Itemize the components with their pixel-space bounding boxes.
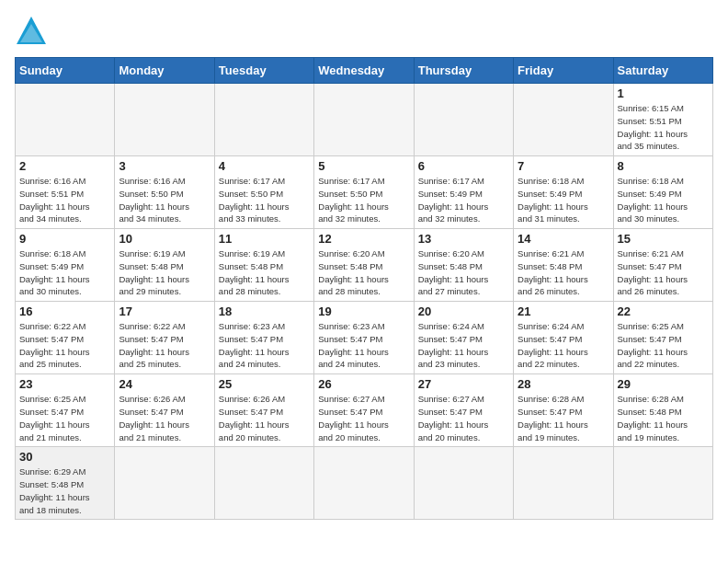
day-info: Sunrise: 6:24 AMSunset: 5:47 PMDaylight:… [418, 320, 509, 371]
calendar-cell: 5Sunrise: 6:17 AMSunset: 5:50 PMDaylight… [314, 156, 414, 229]
day-number: 15 [618, 232, 709, 246]
day-of-week-friday: Friday [514, 58, 613, 84]
logo-icon [15, 15, 48, 48]
calendar-cell: 26Sunrise: 6:27 AMSunset: 5:47 PMDayligh… [314, 374, 414, 447]
day-info: Sunrise: 6:25 AMSunset: 5:47 PMDaylight:… [618, 320, 709, 371]
calendar-cell: 25Sunrise: 6:26 AMSunset: 5:47 PMDayligh… [214, 374, 313, 447]
calendar-cell [414, 447, 513, 520]
day-number: 28 [518, 377, 609, 391]
day-number: 3 [119, 159, 210, 173]
day-number: 4 [219, 159, 310, 173]
day-info: Sunrise: 6:28 AMSunset: 5:47 PMDaylight:… [518, 393, 609, 443]
calendar-cell: 19Sunrise: 6:23 AMSunset: 5:47 PMDayligh… [314, 302, 414, 374]
calendar-cell: 9Sunrise: 6:18 AMSunset: 5:49 PMDaylight… [16, 229, 115, 302]
day-number: 16 [19, 304, 110, 318]
calendar-cell [16, 84, 115, 156]
calendar-cell: 4Sunrise: 6:17 AMSunset: 5:50 PMDaylight… [214, 156, 313, 229]
day-number: 9 [19, 232, 110, 246]
calendar-cell: 28Sunrise: 6:28 AMSunset: 5:47 PMDayligh… [514, 374, 613, 447]
calendar-cell: 12Sunrise: 6:20 AMSunset: 5:48 PMDayligh… [314, 229, 414, 302]
calendar-cell: 16Sunrise: 6:22 AMSunset: 5:47 PMDayligh… [16, 302, 115, 374]
calendar-cell: 14Sunrise: 6:21 AMSunset: 5:48 PMDayligh… [514, 229, 613, 302]
day-number: 27 [418, 377, 509, 391]
day-number: 5 [318, 159, 409, 173]
day-number: 29 [618, 377, 709, 391]
header [15, 15, 713, 48]
calendar-cell: 30Sunrise: 6:29 AMSunset: 5:48 PMDayligh… [16, 447, 115, 520]
day-number: 30 [19, 450, 110, 464]
day-number: 12 [318, 232, 409, 246]
day-info: Sunrise: 6:23 AMSunset: 5:47 PMDaylight:… [219, 320, 310, 371]
day-info: Sunrise: 6:26 AMSunset: 5:47 PMDaylight:… [119, 393, 210, 443]
calendar-cell: 1Sunrise: 6:15 AMSunset: 5:51 PMDaylight… [613, 84, 712, 156]
calendar-cell [115, 447, 214, 520]
calendar-cell: 24Sunrise: 6:26 AMSunset: 5:47 PMDayligh… [115, 374, 214, 447]
day-number: 18 [219, 304, 310, 318]
calendar-cell: 18Sunrise: 6:23 AMSunset: 5:47 PMDayligh… [214, 302, 313, 374]
day-number: 19 [318, 304, 409, 318]
day-info: Sunrise: 6:26 AMSunset: 5:47 PMDaylight:… [219, 393, 310, 443]
calendar-cell [414, 84, 513, 156]
calendar-cell: 7Sunrise: 6:18 AMSunset: 5:49 PMDaylight… [514, 156, 613, 229]
calendar-cell [115, 84, 214, 156]
day-number: 2 [19, 159, 110, 173]
day-info: Sunrise: 6:18 AMSunset: 5:49 PMDaylight:… [518, 175, 609, 225]
calendar-week-1: 1Sunrise: 6:15 AMSunset: 5:51 PMDaylight… [16, 84, 713, 156]
day-number: 7 [518, 159, 609, 173]
day-number: 20 [418, 304, 509, 318]
calendar-cell: 11Sunrise: 6:19 AMSunset: 5:48 PMDayligh… [214, 229, 313, 302]
calendar: SundayMondayTuesdayWednesdayThursdayFrid… [15, 57, 713, 520]
day-info: Sunrise: 6:20 AMSunset: 5:48 PMDaylight:… [318, 247, 409, 298]
day-number: 13 [418, 232, 509, 246]
calendar-cell: 3Sunrise: 6:16 AMSunset: 5:50 PMDaylight… [115, 156, 214, 229]
day-number: 6 [418, 159, 509, 173]
calendar-week-2: 2Sunrise: 6:16 AMSunset: 5:51 PMDaylight… [16, 156, 713, 229]
day-number: 23 [19, 377, 110, 391]
day-info: Sunrise: 6:17 AMSunset: 5:50 PMDaylight:… [219, 175, 310, 225]
day-info: Sunrise: 6:16 AMSunset: 5:50 PMDaylight:… [119, 175, 210, 225]
calendar-cell [613, 447, 712, 520]
day-info: Sunrise: 6:22 AMSunset: 5:47 PMDaylight:… [19, 320, 110, 371]
day-of-week-monday: Monday [115, 58, 214, 84]
calendar-cell: 22Sunrise: 6:25 AMSunset: 5:47 PMDayligh… [613, 302, 712, 374]
calendar-cell: 15Sunrise: 6:21 AMSunset: 5:47 PMDayligh… [613, 229, 712, 302]
calendar-cell: 2Sunrise: 6:16 AMSunset: 5:51 PMDaylight… [16, 156, 115, 229]
day-info: Sunrise: 6:23 AMSunset: 5:47 PMDaylight:… [318, 320, 409, 371]
day-of-week-thursday: Thursday [414, 58, 513, 84]
calendar-cell [214, 84, 313, 156]
calendar-cell: 21Sunrise: 6:24 AMSunset: 5:47 PMDayligh… [514, 302, 613, 374]
day-number: 22 [618, 304, 709, 318]
day-number: 25 [219, 377, 310, 391]
calendar-cell: 20Sunrise: 6:24 AMSunset: 5:47 PMDayligh… [414, 302, 513, 374]
calendar-week-4: 16Sunrise: 6:22 AMSunset: 5:47 PMDayligh… [16, 302, 713, 374]
calendar-cell: 27Sunrise: 6:27 AMSunset: 5:47 PMDayligh… [414, 374, 513, 447]
day-info: Sunrise: 6:28 AMSunset: 5:48 PMDaylight:… [618, 393, 709, 443]
day-number: 14 [518, 232, 609, 246]
calendar-cell [214, 447, 313, 520]
day-info: Sunrise: 6:27 AMSunset: 5:47 PMDaylight:… [318, 393, 409, 443]
day-info: Sunrise: 6:29 AMSunset: 5:48 PMDaylight:… [19, 465, 110, 516]
calendar-cell: 8Sunrise: 6:18 AMSunset: 5:49 PMDaylight… [613, 156, 712, 229]
day-info: Sunrise: 6:17 AMSunset: 5:49 PMDaylight:… [418, 175, 509, 225]
calendar-cell: 23Sunrise: 6:25 AMSunset: 5:47 PMDayligh… [16, 374, 115, 447]
calendar-cell: 13Sunrise: 6:20 AMSunset: 5:48 PMDayligh… [414, 229, 513, 302]
day-info: Sunrise: 6:22 AMSunset: 5:47 PMDaylight:… [119, 320, 210, 371]
calendar-cell [314, 84, 414, 156]
calendar-week-6: 30Sunrise: 6:29 AMSunset: 5:48 PMDayligh… [16, 447, 713, 520]
day-number: 1 [618, 86, 709, 100]
calendar-cell: 10Sunrise: 6:19 AMSunset: 5:48 PMDayligh… [115, 229, 214, 302]
day-of-week-wednesday: Wednesday [314, 58, 414, 84]
day-number: 8 [618, 159, 709, 173]
day-info: Sunrise: 6:24 AMSunset: 5:47 PMDaylight:… [518, 320, 609, 371]
calendar-week-3: 9Sunrise: 6:18 AMSunset: 5:49 PMDaylight… [16, 229, 713, 302]
day-number: 11 [219, 232, 310, 246]
day-info: Sunrise: 6:18 AMSunset: 5:49 PMDaylight:… [19, 247, 110, 298]
day-info: Sunrise: 6:27 AMSunset: 5:47 PMDaylight:… [418, 393, 509, 443]
day-number: 26 [318, 377, 409, 391]
day-of-week-tuesday: Tuesday [214, 58, 313, 84]
day-info: Sunrise: 6:25 AMSunset: 5:47 PMDaylight:… [19, 393, 110, 443]
calendar-cell: 6Sunrise: 6:17 AMSunset: 5:49 PMDaylight… [414, 156, 513, 229]
day-number: 17 [119, 304, 210, 318]
day-of-week-saturday: Saturday [613, 58, 712, 84]
day-of-week-sunday: Sunday [16, 58, 115, 84]
